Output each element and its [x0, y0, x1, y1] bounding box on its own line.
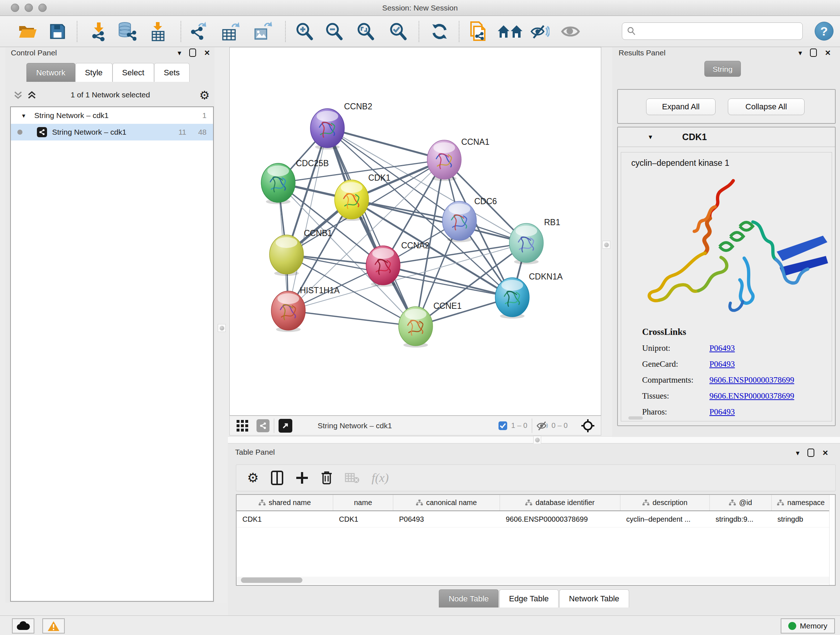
- table-cell[interactable]: CDK1: [333, 511, 393, 527]
- save-floppy-icon: [50, 24, 65, 40]
- open-session-button[interactable]: [17, 21, 38, 42]
- network-type-icon[interactable]: [256, 419, 270, 432]
- crosslink-link[interactable]: P06493: [709, 407, 735, 417]
- collection-expand-icon[interactable]: ▼: [21, 112, 27, 119]
- export-network-button[interactable]: [187, 21, 208, 42]
- collapse-panel-icon[interactable]: ▾: [178, 49, 181, 57]
- column-header-@id[interactable]: @id: [710, 495, 772, 510]
- table-hscroll-thumb[interactable]: [241, 578, 302, 583]
- delete-column-trash-icon[interactable]: [321, 470, 332, 485]
- delete-table-icon[interactable]: [345, 472, 359, 484]
- zoom-selected-button[interactable]: [387, 21, 409, 42]
- refresh-button[interactable]: [429, 21, 450, 42]
- crosslink-link[interactable]: 9606.ENSP00000378699: [709, 375, 794, 385]
- import-network-button[interactable]: [88, 21, 109, 42]
- column-header-namespace[interactable]: namespace: [772, 495, 831, 510]
- add-column-icon[interactable]: [295, 471, 309, 485]
- expand-all-networks-icon[interactable]: [27, 90, 36, 101]
- cloud-status-button[interactable]: [12, 618, 34, 633]
- tab-network[interactable]: Network: [27, 63, 75, 82]
- right-divider[interactable]: [601, 47, 612, 437]
- gene-section-header[interactable]: ▼ CDK1: [618, 127, 835, 147]
- right-divider-grab[interactable]: [602, 241, 610, 249]
- close-panel-icon[interactable]: ✕: [822, 449, 829, 456]
- hidden-eye-slash-icon[interactable]: [537, 421, 549, 431]
- import-network-database-button[interactable]: [116, 21, 137, 42]
- tab-sets[interactable]: Sets: [154, 63, 189, 82]
- zoom-in-button[interactable]: [294, 21, 315, 42]
- help-button[interactable]: ?: [815, 22, 834, 41]
- collapse-all-button[interactable]: Collapse All: [728, 98, 805, 115]
- network-edge[interactable]: [288, 128, 327, 310]
- crosslink-link[interactable]: P06493: [709, 359, 735, 369]
- show-all-button[interactable]: [560, 21, 581, 42]
- column-header-description[interactable]: description: [621, 495, 710, 510]
- birdseye-grid-icon[interactable]: [236, 420, 248, 432]
- table-options-gear-icon[interactable]: ⚙: [247, 470, 259, 486]
- network-row[interactable]: String Network – cdk1 11 48: [11, 124, 213, 141]
- export-table-button[interactable]: [219, 21, 240, 42]
- tab-style[interactable]: Style: [75, 63, 112, 82]
- function-builder-icon[interactable]: f(x): [371, 471, 388, 485]
- open-in-window-icon[interactable]: [279, 419, 292, 432]
- network-edge[interactable]: [327, 128, 416, 326]
- section-collapse-icon[interactable]: ▼: [647, 134, 653, 141]
- bottom-divider-grab[interactable]: [533, 436, 541, 444]
- tab-network-table[interactable]: Network Table: [559, 589, 629, 608]
- tab-edge-table[interactable]: Edge Table: [499, 589, 559, 608]
- bottom-divider[interactable]: [228, 436, 840, 443]
- float-panel-icon[interactable]: [810, 49, 817, 57]
- warnings-button[interactable]: [42, 618, 65, 633]
- network-edge[interactable]: [288, 310, 416, 326]
- float-panel-icon[interactable]: [189, 49, 196, 57]
- first-neighbors-button[interactable]: [496, 21, 524, 42]
- table-hscroll[interactable]: [237, 577, 829, 584]
- crosslink-link[interactable]: P06493: [709, 344, 735, 353]
- show-columns-icon[interactable]: [271, 470, 283, 485]
- column-header-shared-name[interactable]: shared name: [237, 495, 333, 510]
- crosslink-link[interactable]: 9606.ENSP00000378699: [709, 391, 794, 401]
- column-header-database-identifier[interactable]: database identifier: [500, 495, 621, 510]
- close-panel-icon[interactable]: ✕: [204, 49, 210, 57]
- collapse-all-networks-icon[interactable]: [13, 90, 23, 101]
- collapse-panel-icon[interactable]: ▾: [796, 449, 799, 456]
- table-row[interactable]: CDK1CDK1P064939606.ENSP00000378699cyclin…: [237, 511, 835, 527]
- table-cell[interactable]: P06493: [393, 511, 500, 527]
- node-label-CDC6: CDC6: [474, 196, 497, 206]
- export-image-button[interactable]: [252, 21, 273, 42]
- tab-node-table[interactable]: Node Table: [439, 589, 499, 608]
- table-cell[interactable]: CDK1: [237, 511, 333, 527]
- toolbar-search[interactable]: [622, 22, 803, 40]
- table-cell[interactable]: cyclin–dependent ...: [621, 511, 710, 527]
- table-cell[interactable]: stringdb:9...: [710, 511, 772, 527]
- selected-checkbox-icon[interactable]: [498, 421, 508, 431]
- memory-button[interactable]: Memory: [781, 618, 835, 633]
- close-panel-icon[interactable]: ✕: [825, 49, 831, 57]
- float-panel-icon[interactable]: [807, 448, 814, 457]
- table-cell[interactable]: 9606.ENSP00000378699: [500, 511, 621, 527]
- table-vscroll[interactable]: [829, 495, 835, 585]
- table-cell[interactable]: stringdb: [772, 511, 831, 527]
- zoom-fit-button[interactable]: [355, 21, 376, 42]
- column-header-name[interactable]: name: [333, 495, 393, 510]
- left-divider[interactable]: [215, 47, 229, 603]
- hide-selected-button[interactable]: [529, 21, 550, 42]
- import-table-button[interactable]: [147, 21, 168, 42]
- tab-string[interactable]: String: [704, 61, 741, 77]
- network-collection-row[interactable]: ▼ String Network – cdk1 1: [11, 107, 213, 124]
- string-network-graph[interactable]: CCNB2CCNA1CDC25BCDK1CDC6RB1CCNB1CCNA2CDK…: [230, 48, 601, 415]
- clone-network-button[interactable]: [467, 21, 488, 42]
- node-label-CDC25B: CDC25B: [296, 158, 329, 168]
- results-hscroll-thumb[interactable]: [628, 416, 643, 420]
- search-input[interactable]: [636, 27, 795, 35]
- expand-all-button[interactable]: Expand All: [646, 98, 715, 115]
- network-canvas[interactable]: CCNB2CCNA1CDC25BCDK1CDC6RB1CCNB1CCNA2CDK…: [229, 47, 601, 416]
- collapse-panel-icon[interactable]: ▾: [798, 49, 802, 57]
- save-session-button[interactable]: [47, 21, 68, 42]
- network-options-gear-icon[interactable]: ⚙: [199, 88, 210, 102]
- column-header-canonical-name[interactable]: canonical name: [393, 495, 500, 510]
- zoom-out-button[interactable]: [324, 21, 344, 42]
- tab-select[interactable]: Select: [112, 63, 154, 82]
- left-divider-grab[interactable]: [218, 324, 226, 332]
- fit-content-crosshair-icon[interactable]: [581, 418, 595, 433]
